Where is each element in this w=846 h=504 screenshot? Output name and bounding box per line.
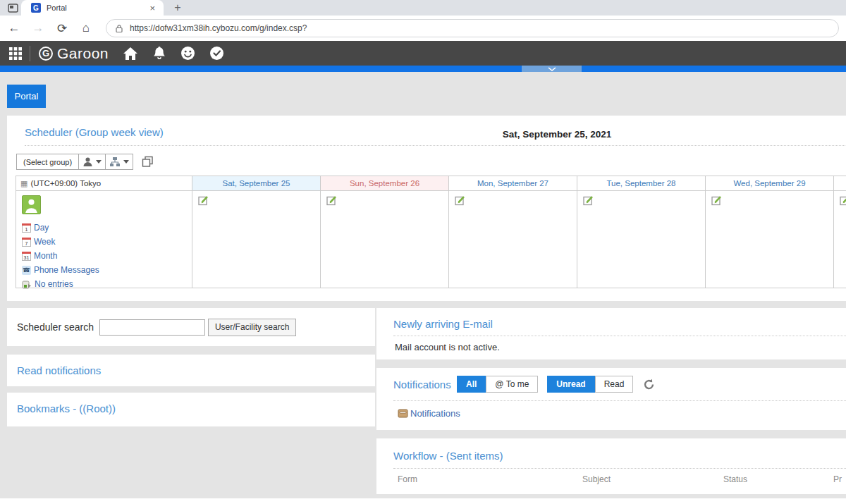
browser-home-icon[interactable]: ⌂: [76, 18, 96, 38]
favicon: G: [31, 3, 41, 13]
garoon-logo[interactable]: G Garoon: [39, 45, 109, 62]
scheduler-month-link[interactable]: 31 Month: [22, 249, 186, 263]
day-header-thu[interactable]: [834, 176, 846, 191]
calendar-day-icon: 1: [22, 223, 31, 233]
add-event-icon[interactable]: [455, 195, 465, 206]
add-event-icon[interactable]: [711, 195, 722, 206]
refresh-icon[interactable]: ⟳: [52, 18, 72, 38]
workflow-col-process: Pr: [833, 474, 842, 484]
caret-down-icon: [123, 160, 129, 164]
home-icon[interactable]: [123, 47, 138, 61]
filter-to-me-button[interactable]: @ To me: [486, 376, 538, 393]
no-entries-icon: [22, 280, 32, 289]
notification-filters: All @ To me Unread Read: [457, 376, 655, 393]
page: G Portal × + ← → ⟳ ⌂ https://dofw31xm38i…: [0, 0, 846, 504]
filter-read-button[interactable]: Read: [595, 376, 634, 393]
phone-messages-link[interactable]: ☎ Phone Messages: [22, 263, 186, 277]
bookmarks-portlet: Bookmarks - ((Root)): [7, 393, 375, 426]
smiley-icon[interactable]: [180, 46, 195, 61]
calendar-month-icon: 31: [22, 252, 31, 261]
browser-address-bar: ← → ⟳ ⌂ https://dofw31xm38ih.cybozu.com/…: [0, 16, 846, 41]
select-group-dropdown[interactable]: (Select group): [16, 154, 79, 170]
notifications-link-label: Notifications: [410, 408, 460, 419]
tab-actions-icon[interactable]: [6, 2, 20, 13]
add-event-icon[interactable]: [326, 195, 337, 206]
garoon-logo-icon: G: [39, 47, 53, 61]
scheduler-day-link[interactable]: 1 Day: [22, 221, 186, 235]
scheduler-date-title: Sat, September 25, 2021: [416, 129, 698, 140]
filter-unread-button[interactable]: Unread: [547, 376, 594, 393]
week-link-label: Week: [34, 237, 55, 247]
workflow-portlet: Workflow - (Sent items) Form Subject Sta…: [376, 438, 846, 494]
scope-filter-group: All @ To me: [457, 376, 538, 393]
notifications-title-link[interactable]: Notifications: [393, 379, 451, 391]
tab-title: Portal: [47, 4, 147, 12]
phone-messages-label: Phone Messages: [34, 265, 99, 275]
divider: [393, 336, 846, 336]
forward-icon[interactable]: →: [28, 18, 48, 38]
filter-all-button[interactable]: All: [457, 376, 486, 393]
app-launcher-icon[interactable]: [8, 47, 23, 61]
email-portlet: Newly arriving E-mail Mail account is no…: [376, 308, 846, 359]
workflow-col-subject: Subject: [582, 474, 611, 484]
inbox-icon: [398, 409, 408, 418]
day-header-sun[interactable]: Sun, September 26: [321, 176, 449, 191]
email-title-link[interactable]: Newly arriving E-mail: [393, 318, 493, 330]
notifications-portlet: Notifications All @ To me Unread Read: [376, 368, 846, 430]
back-icon[interactable]: ←: [4, 18, 24, 38]
user-icon: [82, 156, 93, 167]
collapse-header-tab[interactable]: [522, 66, 582, 72]
tab-close-icon[interactable]: ×: [147, 3, 158, 13]
state-filter-group: Unread Read: [547, 376, 633, 393]
browser-tab[interactable]: G Portal ×: [21, 0, 164, 16]
day-header-mon[interactable]: Mon, September 27: [449, 176, 577, 191]
profile-check-icon[interactable]: [209, 46, 224, 61]
organization-select-button[interactable]: [106, 154, 133, 170]
scheduler-toolbar: (Select group): [16, 153, 154, 171]
popup-window-icon[interactable]: [142, 156, 154, 168]
scheduler-week-link[interactable]: 7 Week: [22, 235, 186, 249]
no-entries-link[interactable]: No entries: [22, 277, 186, 291]
divider: [393, 468, 846, 469]
day-cell-sat: [192, 191, 321, 288]
month-link-label: Month: [34, 251, 57, 261]
scheduler-table: ▦ (UTC+09:00) Tokyo Sat, September 25 Su…: [16, 176, 846, 288]
day-cell-thu: [834, 191, 846, 288]
user-select-button[interactable]: [79, 154, 106, 170]
day-header-sat[interactable]: Sat, September 25: [192, 176, 321, 191]
notifications-inbox-link[interactable]: Notifications: [398, 408, 460, 419]
no-entries-label: No entries: [35, 279, 73, 289]
browser-tab-strip: G Portal × +: [0, 0, 846, 16]
bookmarks-title-link[interactable]: Bookmarks - ((Root)): [17, 402, 116, 414]
divider: [393, 400, 846, 401]
add-event-icon[interactable]: [198, 195, 209, 206]
read-notifications-portlet: Read notifications: [7, 355, 375, 386]
portal-top-strip: [0, 66, 846, 72]
scheduler-body-row: 1 Day 7 Week 31 Month ☎: [16, 191, 846, 288]
next-portlet-row-edge: [0, 498, 846, 504]
garoon-header: G Garoon: [0, 41, 846, 66]
divider: [25, 145, 846, 146]
scheduler-search-input[interactable]: [99, 319, 205, 336]
bell-icon[interactable]: [152, 46, 166, 61]
scheduler-search-portlet: Scheduler search User/Facility search: [7, 308, 375, 346]
day-header-tue[interactable]: Tue, September 28: [577, 176, 706, 191]
add-event-icon[interactable]: [840, 195, 846, 206]
day-cell-mon: [449, 191, 577, 288]
notifications-refresh-icon[interactable]: [643, 379, 655, 391]
phone-icon: ☎: [22, 266, 31, 275]
chevron-down-icon: [548, 67, 556, 71]
day-header-wed[interactable]: Wed, September 29: [706, 176, 834, 191]
new-tab-button[interactable]: +: [169, 0, 186, 16]
timezone-label: (UTC+09:00) Tokyo: [30, 179, 101, 188]
read-notifications-title-link[interactable]: Read notifications: [17, 364, 101, 376]
portal-tab-button[interactable]: Portal: [7, 85, 46, 108]
add-event-icon[interactable]: [583, 195, 594, 206]
scheduler-title-link[interactable]: Scheduler (Group week view): [25, 126, 164, 138]
user-facility-search-button[interactable]: User/Facility search: [208, 319, 296, 336]
email-status-message: Mail account is not active.: [395, 342, 500, 352]
day-cell-tue: [577, 191, 706, 288]
workflow-title-link[interactable]: Workflow - (Sent items): [393, 450, 503, 462]
url-field[interactable]: https://dofw31xm38ih.cybozu.com/g/index.…: [106, 19, 839, 37]
url-text: https://dofw31xm38ih.cybozu.com/g/index.…: [130, 23, 307, 33]
